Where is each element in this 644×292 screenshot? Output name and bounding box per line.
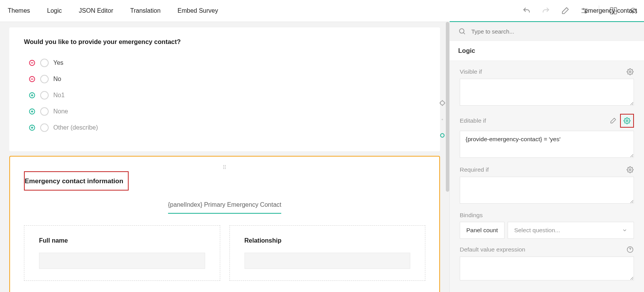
bindings-question-select[interactable]: Select question... bbox=[508, 222, 634, 239]
ring-active-icon[interactable] bbox=[438, 132, 446, 139]
field-label[interactable]: Full name bbox=[39, 237, 205, 244]
search-icon bbox=[458, 27, 466, 35]
prop-default-value-expression: Default value expression bbox=[460, 246, 634, 282]
field-card[interactable]: Relationship bbox=[229, 225, 426, 281]
radio-icon[interactable] bbox=[40, 107, 49, 116]
add-choice-icon[interactable] bbox=[29, 124, 36, 131]
svg-point-26 bbox=[626, 120, 628, 122]
remove-choice-icon[interactable] bbox=[29, 59, 36, 66]
question-title[interactable]: Would you like to provide your emergency… bbox=[24, 38, 425, 46]
svg-point-25 bbox=[629, 71, 631, 73]
gear-icon[interactable] bbox=[626, 68, 634, 76]
prop-label: Required if bbox=[460, 166, 489, 173]
search-input[interactable] bbox=[471, 28, 636, 35]
panel-tab[interactable]: {panelIndex} Primary Emergency Contact bbox=[168, 197, 281, 214]
properties-panel-title[interactable]: emergency-contact bbox=[450, 0, 644, 22]
field-label[interactable]: Relationship bbox=[245, 237, 411, 244]
add-choice-icon[interactable] bbox=[29, 108, 36, 115]
design-canvas: Would you like to provide your emergency… bbox=[0, 22, 449, 292]
choice-row[interactable]: Other (describe) bbox=[24, 120, 425, 136]
bindings-key[interactable]: Panel count bbox=[460, 222, 505, 239]
choice-row[interactable]: No1 bbox=[24, 87, 425, 103]
choice-label[interactable]: Other (describe) bbox=[53, 124, 98, 131]
section-heading-logic[interactable]: Logic bbox=[450, 41, 644, 61]
eraser-icon[interactable] bbox=[609, 117, 617, 125]
field-card[interactable]: Full name bbox=[24, 225, 220, 281]
scrollbar[interactable] bbox=[446, 22, 449, 292]
top-tabs: Themes Logic JSON Editor Translation Emb… bbox=[0, 7, 218, 14]
tab-embed-survey[interactable]: Embed Survey bbox=[178, 7, 218, 14]
properties-search[interactable] bbox=[450, 22, 644, 41]
panel-title[interactable]: Emergency contact information bbox=[25, 177, 123, 185]
properties-panel: emergency-contact Logic Visible if bbox=[449, 22, 644, 292]
editable-if-input[interactable] bbox=[460, 131, 634, 158]
choice-label[interactable]: Yes bbox=[53, 59, 63, 66]
prop-visible-if: Visible if bbox=[460, 68, 634, 107]
drag-handle-icon[interactable]: ⠿ bbox=[24, 162, 425, 171]
scrollbar-thumb[interactable] bbox=[446, 22, 449, 192]
locate-icon[interactable] bbox=[438, 99, 446, 107]
canvas-side-handles: ● bbox=[438, 99, 446, 139]
add-choice-icon[interactable] bbox=[29, 92, 36, 99]
question-card[interactable]: Would you like to provide your emergency… bbox=[9, 27, 440, 151]
tab-translation[interactable]: Translation bbox=[130, 7, 161, 14]
prop-label: Default value expression bbox=[460, 246, 525, 253]
tab-json-editor[interactable]: JSON Editor bbox=[79, 7, 113, 14]
choice-row[interactable]: Yes bbox=[24, 55, 425, 71]
tab-themes[interactable]: Themes bbox=[8, 7, 30, 14]
visible-if-input[interactable] bbox=[460, 79, 634, 106]
prop-required-if: Required if bbox=[460, 166, 634, 205]
prop-label: Editable if bbox=[460, 117, 486, 124]
svg-point-27 bbox=[629, 169, 631, 171]
field-input[interactable] bbox=[245, 253, 411, 269]
prop-label: Visible if bbox=[460, 68, 482, 75]
gear-icon[interactable] bbox=[620, 114, 634, 128]
help-icon[interactable] bbox=[626, 246, 634, 253]
choice-label[interactable]: No bbox=[53, 76, 61, 83]
choice-label[interactable]: None bbox=[53, 108, 68, 115]
panel-tab-bar: {panelIndex} Primary Emergency Contact bbox=[24, 197, 425, 214]
panel-card-selected[interactable]: ⠿ Emergency contact information {panelIn… bbox=[9, 156, 440, 292]
prop-editable-if: Editable if bbox=[460, 114, 634, 159]
choice-label[interactable]: No1 bbox=[53, 92, 65, 99]
radio-icon[interactable] bbox=[40, 75, 49, 83]
panel-title-highlight: Emergency contact information bbox=[24, 171, 129, 191]
prop-bindings: Bindings Panel count Select question... bbox=[460, 212, 634, 239]
prop-label: Bindings bbox=[460, 212, 483, 219]
svg-point-22 bbox=[440, 133, 444, 137]
gear-icon[interactable] bbox=[626, 166, 634, 174]
remove-choice-icon[interactable] bbox=[29, 76, 36, 83]
radio-icon[interactable] bbox=[40, 123, 49, 132]
radio-icon[interactable] bbox=[40, 91, 49, 100]
choice-row[interactable]: No bbox=[24, 71, 425, 87]
dot-icon[interactable]: ● bbox=[438, 115, 446, 123]
required-if-input[interactable] bbox=[460, 177, 634, 204]
field-input[interactable] bbox=[39, 253, 205, 269]
svg-point-17 bbox=[440, 101, 445, 105]
tab-logic[interactable]: Logic bbox=[47, 7, 62, 14]
bindings-select-placeholder: Select question... bbox=[514, 227, 560, 234]
chevron-down-icon bbox=[622, 228, 627, 233]
choice-row[interactable]: None bbox=[24, 103, 425, 120]
svg-line-24 bbox=[464, 33, 465, 34]
default-value-expression-input[interactable] bbox=[460, 257, 634, 280]
svg-point-23 bbox=[459, 29, 464, 33]
radio-icon[interactable] bbox=[40, 59, 49, 67]
